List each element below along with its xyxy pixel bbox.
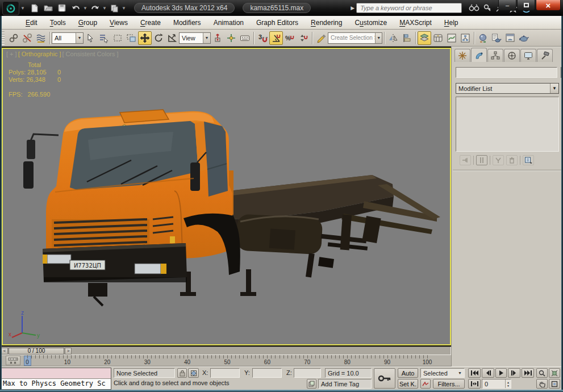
render-production-button[interactable] [517, 31, 531, 45]
menu-edit[interactable]: Edit [19, 17, 44, 28]
named-selection-sets-dropdown[interactable]: Create Selection Se▼ [328, 32, 382, 44]
select-and-scale-button[interactable] [165, 31, 179, 45]
show-end-result-button[interactable] [476, 155, 487, 165]
graphite-modeling-tools-button[interactable] [431, 31, 445, 45]
zoom-button[interactable] [536, 368, 548, 378]
edit-named-selection-sets-button[interactable] [314, 31, 328, 45]
key-filter-dropdown[interactable]: Selected ▼ [420, 368, 465, 378]
menu-modifiers[interactable]: Modifiers [167, 17, 207, 28]
y-coord-field[interactable] [252, 368, 282, 378]
align-button[interactable] [400, 31, 414, 45]
tab-motion[interactable] [504, 49, 520, 62]
make-unique-button[interactable] [493, 155, 504, 165]
select-object-button[interactable] [84, 31, 97, 45]
search-input[interactable] [356, 3, 462, 13]
listener-pane[interactable]: Max to Physcs Geometry Sc [2, 379, 111, 389]
material-editor-button[interactable] [476, 31, 490, 45]
maxscript-mini-listener[interactable]: Max to Physcs Geometry Sc [1, 368, 111, 390]
maximize-button[interactable] [517, 0, 535, 11]
toolbar-grip[interactable] [2, 31, 5, 45]
schematic-view-button[interactable] [458, 31, 472, 45]
app-menu-arrow-icon[interactable]: ▼ [20, 6, 25, 11]
qat-customize-icon[interactable]: ▼ [122, 6, 126, 11]
menu-views[interactable]: Views [103, 17, 134, 28]
mirror-button[interactable] [386, 31, 400, 45]
menu-maxscript[interactable]: MAXScript [393, 17, 438, 28]
object-name-field[interactable] [456, 67, 557, 78]
search-collapse-icon[interactable]: ▶ [351, 5, 355, 11]
unlink-selection-button[interactable] [20, 31, 34, 45]
snaps-toggle-button[interactable]: 3 [256, 31, 269, 45]
current-frame-field[interactable]: 0 ▲▼ [482, 379, 511, 389]
menu-tools[interactable]: Tools [44, 17, 72, 28]
select-by-name-button[interactable] [97, 31, 111, 45]
go-to-start-button[interactable] [468, 368, 481, 378]
menu-create[interactable]: Create [134, 17, 167, 28]
pin-stack-button[interactable] [460, 155, 471, 165]
add-time-tag-field[interactable]: Add Time Tag [318, 379, 372, 389]
minimize-button[interactable]: – [498, 0, 516, 11]
selection-filter-dropdown[interactable]: All▼ [52, 32, 84, 44]
absolute-offset-mode-button[interactable] [188, 368, 199, 378]
tab-display[interactable] [520, 49, 536, 62]
modifier-stack-list[interactable] [456, 97, 559, 152]
time-slider-handle[interactable]: 0 / 100 [9, 348, 64, 355]
previous-frame-arrow-button[interactable]: < [1, 348, 8, 355]
rectangular-selection-region-button[interactable] [111, 31, 124, 45]
save-button[interactable] [56, 2, 68, 14]
undo-dropdown-icon[interactable]: ▼ [83, 6, 87, 11]
select-and-rotate-button[interactable] [152, 31, 165, 45]
time-slider-track[interactable]: < 0 / 100 > [0, 347, 451, 355]
keyboard-shortcut-override-button[interactable] [238, 31, 252, 45]
redo-dropdown-icon[interactable]: ▼ [102, 6, 107, 11]
play-animation-button[interactable] [495, 368, 507, 378]
search-icon[interactable] [469, 4, 479, 12]
angle-snap-toggle-button[interactable] [269, 31, 283, 45]
menu-customize[interactable]: Customize [348, 17, 393, 28]
spinner-snap-toggle-button[interactable] [297, 31, 310, 45]
zoom-extents-button[interactable] [549, 368, 560, 378]
menu-graph-editors[interactable]: Graph Editors [250, 17, 305, 28]
track-bar[interactable]: 0102030405060708090100 [0, 355, 451, 366]
project-folder-button[interactable] [108, 2, 120, 14]
open-file-button[interactable] [42, 2, 55, 14]
maximize-viewport-toggle-button[interactable] [549, 379, 560, 389]
select-and-move-button[interactable] [138, 31, 152, 45]
bind-to-space-warp-button[interactable] [34, 31, 48, 45]
curve-editor-button[interactable] [445, 31, 458, 45]
new-file-button[interactable] [28, 2, 41, 14]
redo-button[interactable] [89, 2, 101, 14]
rendered-frame-window-button[interactable] [503, 31, 517, 45]
app-menu-button[interactable] [2, 1, 19, 15]
close-button[interactable]: × [536, 0, 561, 11]
render-setup-button[interactable] [490, 31, 503, 45]
tab-hierarchy[interactable] [487, 49, 503, 62]
viewport-pov-menu[interactable]: [ Orthographic ] [18, 51, 61, 57]
modifier-list-dropdown[interactable]: Modifier List ▼ [456, 83, 559, 94]
menu-help[interactable]: Help [438, 17, 465, 28]
configure-modifier-sets-button[interactable] [523, 155, 534, 165]
subscription-key-icon[interactable] [483, 4, 491, 12]
previous-frame-button[interactable] [482, 368, 494, 378]
set-key-mode-button[interactable]: Set K. [398, 379, 418, 389]
next-frame-button[interactable] [508, 368, 520, 378]
layer-manager-button[interactable] [418, 31, 431, 45]
set-keys-button[interactable] [374, 368, 395, 389]
viewport[interactable]: И7732ЦП [ + ] [ Orthographic ] [ Consist… [2, 48, 451, 345]
key-mode-toggle-button[interactable] [468, 379, 481, 389]
tab-modify[interactable] [471, 48, 487, 62]
next-frame-arrow-button[interactable]: > [65, 348, 72, 355]
reference-coordinate-dropdown[interactable]: View▼ [179, 32, 211, 44]
isolate-selection-button[interactable] [307, 379, 316, 389]
tab-utilities[interactable] [537, 49, 553, 62]
auto-key-button[interactable]: Auto [398, 368, 418, 378]
go-to-end-button[interactable] [522, 368, 534, 378]
x-coord-field[interactable] [210, 368, 240, 378]
pan-view-button[interactable] [536, 379, 548, 389]
use-pivot-point-center-button[interactable] [211, 31, 224, 45]
select-and-link-button[interactable] [7, 31, 20, 45]
viewport-general-menu[interactable]: [ + ] [6, 51, 17, 57]
window-crossing-toggle-button[interactable] [124, 31, 138, 45]
z-coord-field[interactable] [294, 368, 321, 378]
key-filter-button[interactable] [6, 356, 20, 365]
